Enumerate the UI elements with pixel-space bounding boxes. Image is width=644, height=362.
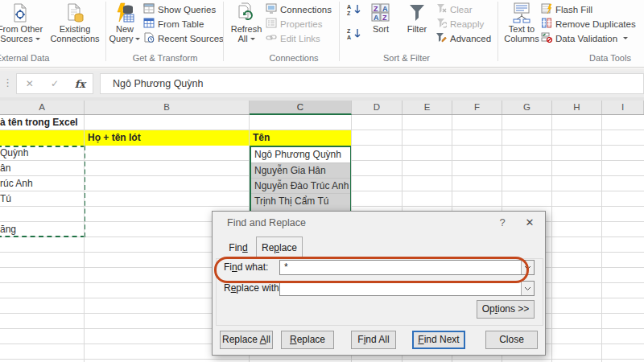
column-header-H[interactable]: H	[552, 101, 602, 114]
dialog-title: Find and Replace	[227, 212, 306, 234]
cell-a1[interactable]: à tên trong Excel	[0, 115, 78, 130]
excel-window: From Other Sources Existing Connections …	[0, 0, 644, 362]
replace-with-input[interactable]	[279, 281, 535, 296]
formula-bar: ⋮ ✕ ✓ fx Ngô Phương Quỳnh	[0, 71, 644, 97]
edit-links-button[interactable]: Edit Links	[266, 31, 320, 45]
enter-icon[interactable]: ✓	[42, 78, 67, 89]
cancel-icon[interactable]: ✕	[17, 78, 42, 89]
show-queries-icon	[143, 2, 155, 17]
group-label-data-tools: Data Tools	[570, 51, 644, 64]
cell-c2[interactable]: Tên	[253, 130, 270, 146]
column-header-E[interactable]: E	[402, 101, 452, 114]
lightning-database-icon	[114, 2, 135, 24]
column-header-C[interactable]: C	[250, 101, 352, 115]
funnel-icon	[407, 2, 427, 24]
help-icon[interactable]: ?	[493, 212, 511, 234]
svg-text:Z: Z	[382, 14, 387, 22]
tab-find[interactable]: Find	[221, 239, 256, 258]
document-database-icon	[64, 2, 85, 24]
find-what-value: *	[284, 261, 288, 274]
dropdown-caret-icon	[135, 38, 140, 40]
column-header-D[interactable]: D	[352, 101, 402, 114]
new-query-button[interactable]: New Query	[107, 2, 142, 50]
find-next-button[interactable]: Find Next	[412, 331, 465, 349]
find-what-dropdown-button[interactable]	[521, 261, 534, 274]
column-headers: ABCDEFGHI	[0, 101, 644, 115]
filter-button[interactable]: Filter	[400, 2, 434, 50]
sort-dialog-icon: ZAAZ	[370, 2, 391, 24]
cell-a4[interactable]: ân	[0, 161, 10, 176]
close-button[interactable]: Close	[485, 331, 538, 349]
cell-c4[interactable]: Nguyễn Gia Hân	[251, 162, 350, 178]
options-button[interactable]: Options >>	[477, 300, 535, 319]
sort-button[interactable]: ZAAZ Sort	[365, 2, 397, 50]
button-label: Refresh	[231, 24, 262, 34]
svg-text:A: A	[382, 5, 388, 13]
cell-c5[interactable]: Nguyễn Đào Trúc Anh	[251, 178, 350, 193]
show-queries-button[interactable]: Show Queries	[143, 2, 216, 16]
find-all-button[interactable]: Find All	[351, 331, 396, 349]
properties-button[interactable]: Properties	[266, 17, 322, 31]
button-label: Query	[109, 34, 141, 43]
group-label-external-data: External Data	[0, 51, 71, 64]
column-header-I[interactable]: I	[602, 101, 644, 114]
insert-function-icon[interactable]: fx	[68, 78, 93, 90]
document-compass-icon	[10, 2, 31, 24]
gridline-vertical	[84, 115, 85, 362]
ribbon-separator	[223, 2, 224, 61]
find-replace-dialog: Find and Replace ? ✕ Find Replace Find w…	[212, 211, 546, 356]
button-label: Existing	[60, 24, 91, 34]
existing-connections-button[interactable]: Existing Connections	[45, 2, 105, 50]
ribbon-separator	[105, 2, 106, 61]
recent-sources-button[interactable]: Recent Sources	[143, 31, 224, 45]
column-header-G[interactable]: G	[502, 101, 552, 114]
cell-a6[interactable]: Tú	[0, 191, 11, 207]
sort-ascending-button[interactable]: AZ	[345, 2, 364, 17]
cell-c6[interactable]: Trịnh Thị Cẩm Tú	[251, 193, 350, 208]
find-what-input[interactable]: *	[279, 260, 535, 275]
data-validation-button[interactable]: Data Validation	[541, 31, 628, 45]
cell-a5[interactable]: rúc Anh	[0, 176, 33, 191]
refresh-icon	[236, 2, 257, 24]
replace-button[interactable]: Replace	[281, 331, 334, 349]
column-header-A[interactable]: A	[0, 101, 85, 114]
button-label: Connections	[50, 34, 99, 43]
ribbon-data-tab: From Other Sources Existing Connections …	[0, 0, 644, 68]
remove-duplicates-button[interactable]: Remove Duplicates	[541, 17, 636, 31]
formula-bar-grip-icon[interactable]: ⋮	[2, 76, 13, 88]
reapply-filter-icon	[436, 17, 447, 31]
refresh-all-button[interactable]: Refresh All	[228, 2, 265, 50]
text-to-columns-button[interactable]: Text to Columns	[502, 2, 541, 50]
cell-a3[interactable]: Quỳnh	[0, 146, 28, 161]
connections-button[interactable]: Connections	[266, 2, 332, 16]
group-label-sort-filter: Sort & Filter	[354, 51, 459, 64]
sort-descending-button[interactable]: ZA	[345, 27, 364, 41]
clear-filter-button[interactable]: Clear	[436, 2, 472, 16]
button-label: Text to	[509, 24, 535, 34]
tab-replace[interactable]: Replace	[256, 237, 303, 259]
formula-bar-input[interactable]: Ngô Phương Quỳnh	[100, 73, 644, 94]
replace-all-button[interactable]: Replace All	[220, 331, 273, 349]
cell-b2[interactable]: Họ + tên lót	[88, 130, 141, 146]
table-icon	[143, 17, 155, 31]
properties-icon	[266, 17, 277, 31]
column-header-F[interactable]: F	[452, 101, 502, 114]
sort-za-icon: ZA	[346, 27, 362, 40]
find-what-label: Find what:	[224, 260, 268, 275]
advanced-filter-button[interactable]: Advanced	[436, 31, 491, 45]
cell-a8[interactable]: ăng	[0, 222, 16, 237]
gridline-vertical	[551, 115, 552, 362]
from-table-button[interactable]: From Table	[143, 17, 204, 31]
close-icon[interactable]: ✕	[519, 212, 540, 234]
replace-with-dropdown-button[interactable]	[521, 282, 534, 295]
button-label: Filter	[407, 24, 427, 34]
cell-c3-active[interactable]: Ngô Phương Quỳnh	[251, 147, 350, 162]
column-header-B[interactable]: B	[85, 101, 250, 114]
gridline-vertical	[601, 115, 602, 362]
dropdown-caret-icon	[623, 37, 628, 39]
button-label: Sort	[373, 24, 389, 34]
reapply-filter-button[interactable]: Reapply	[436, 17, 484, 31]
flash-fill-button[interactable]: Flash Fill	[541, 2, 592, 16]
svg-text:Z: Z	[374, 5, 378, 13]
button-label: Sources	[0, 34, 39, 43]
